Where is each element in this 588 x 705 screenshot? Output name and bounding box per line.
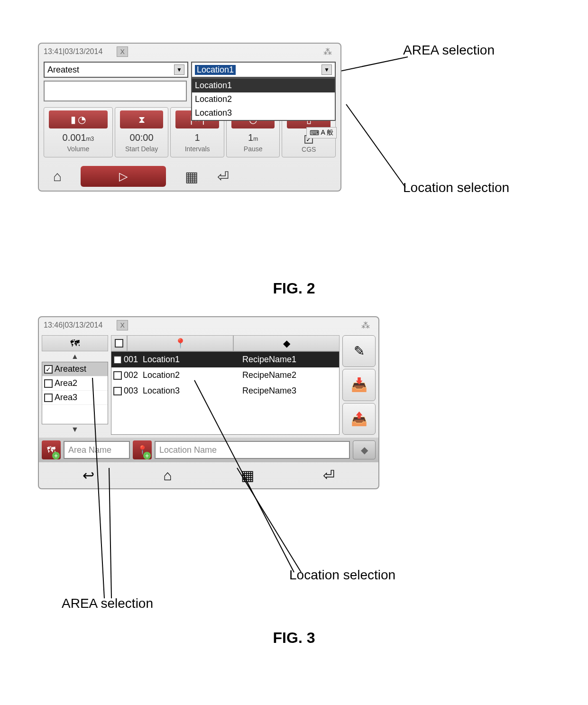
location-option[interactable]: Location2 bbox=[192, 92, 335, 106]
location-dropdown[interactable]: Location1 ▼ Location1 Location2 Location… bbox=[191, 62, 336, 78]
fig3-header: 13:46 | 03/13/2014 X ⁂ bbox=[39, 317, 378, 333]
scroll-down-button[interactable]: ▼ bbox=[42, 424, 108, 435]
location-option[interactable]: Location1 bbox=[192, 79, 335, 92]
clock-time: 13:41 bbox=[44, 47, 63, 56]
recipe-column-header: ◆ bbox=[233, 335, 340, 351]
area-row[interactable]: ✓ Areatest bbox=[42, 362, 108, 376]
ime-indicator[interactable]: ⌨ A 般 bbox=[306, 127, 337, 138]
location-row[interactable]: ✓001 Location1 RecipeName1 bbox=[111, 352, 339, 367]
area-dropdown-value: Areatest bbox=[47, 65, 79, 75]
area-checkbox[interactable] bbox=[44, 394, 53, 402]
play-button[interactable]: ▷ bbox=[81, 166, 166, 187]
clock-time: 13:46 bbox=[44, 321, 63, 330]
location-row[interactable]: 002 Location2 RecipeName2 bbox=[111, 367, 339, 383]
clock-date: 03/13/2014 bbox=[64, 47, 102, 56]
area-checkbox[interactable] bbox=[44, 379, 53, 388]
location-checkbox[interactable]: ✓ bbox=[113, 356, 122, 364]
folder-in-icon: 📥 bbox=[351, 377, 368, 393]
checkbox[interactable] bbox=[115, 339, 123, 348]
svg-line-1 bbox=[346, 104, 405, 187]
notes-input[interactable] bbox=[44, 81, 187, 101]
add-area-button[interactable]: 🗺+ bbox=[42, 440, 61, 459]
back-button[interactable]: ↩ bbox=[83, 467, 94, 484]
fig2-header: 13:41 | 03/13/2014 X ⁂ bbox=[39, 44, 340, 60]
close-button[interactable]: X bbox=[117, 46, 128, 57]
annotation-location-selection-fig3: Location selection bbox=[289, 568, 395, 583]
start-delay-tile[interactable]: ⧗ 00:00 Start Delay bbox=[115, 107, 169, 157]
figure-3-label: FIG. 3 bbox=[9, 629, 579, 647]
area-column-header: 🗺 bbox=[42, 335, 108, 351]
annotation-area-selection-fig2: AREA selection bbox=[403, 43, 495, 58]
pencil-icon: ✎ bbox=[354, 343, 365, 359]
chevron-down-icon: ▼ bbox=[322, 64, 332, 75]
area-list: ✓ Areatest Area2 Area3 bbox=[42, 362, 108, 424]
scroll-up-button[interactable]: ▲ bbox=[42, 351, 108, 362]
location-row[interactable]: 003 Location3 RecipeName3 bbox=[111, 383, 339, 399]
apps-button[interactable]: ▦ bbox=[241, 467, 254, 484]
fig3-panel: 13:46 | 03/13/2014 X ⁂ 🗺 ▲ ✓ Areatest Ar… bbox=[38, 316, 379, 489]
logout-button[interactable]: ⏎ bbox=[323, 467, 335, 484]
map-icon: 🗺 bbox=[70, 338, 80, 349]
location-option[interactable]: Location3 bbox=[192, 106, 335, 120]
close-button[interactable]: X bbox=[117, 320, 128, 330]
volume-tile[interactable]: ▮◔ 0.001m3 Volume bbox=[44, 107, 113, 157]
folder-out-icon: 📤 bbox=[351, 411, 368, 427]
location-name-input[interactable]: Location Name bbox=[155, 441, 350, 459]
area-dropdown[interactable]: Areatest ▼ bbox=[44, 62, 188, 78]
annotation-location-selection-fig2: Location selection bbox=[403, 180, 509, 195]
clock-date: 03/13/2014 bbox=[64, 321, 102, 330]
area-row[interactable]: Area2 bbox=[42, 376, 108, 391]
location-dropdown-value: Location1 bbox=[195, 65, 236, 75]
location-checkbox[interactable] bbox=[113, 387, 122, 395]
home-button[interactable]: ⌂ bbox=[53, 168, 62, 184]
hourglass-icon: ⧗ bbox=[138, 114, 145, 125]
clock-icon: ◔ bbox=[78, 114, 86, 125]
area-checkbox[interactable]: ✓ bbox=[44, 365, 53, 374]
location-list: ✓001 Location1 RecipeName1 002 Location2… bbox=[111, 351, 340, 435]
apps-button[interactable]: ▦ bbox=[185, 168, 198, 185]
volume-icon: ▮ bbox=[71, 114, 76, 125]
export-button[interactable]: 📤 bbox=[342, 403, 376, 435]
pin-icon: 📍 bbox=[175, 338, 186, 349]
select-all-header[interactable] bbox=[111, 335, 127, 351]
location-column-header: 📍 bbox=[127, 335, 233, 351]
area-name-input[interactable]: Area Name bbox=[64, 441, 130, 459]
annotation-area-selection-fig3: AREA selection bbox=[62, 596, 153, 611]
fig2-panel: 13:41 | 03/13/2014 X ⁂ Areatest ▼ Locati… bbox=[38, 43, 341, 192]
home-button[interactable]: ⌂ bbox=[163, 467, 172, 484]
add-location-button[interactable]: 📍+ bbox=[133, 440, 152, 459]
keyboard-icon: ⌨ bbox=[310, 129, 319, 137]
figure-2-label: FIG. 2 bbox=[9, 280, 579, 297]
edit-button[interactable]: ✎ bbox=[342, 335, 376, 367]
network-icon: ⁂ bbox=[361, 320, 370, 330]
logout-button[interactable]: ⏎ bbox=[217, 168, 229, 185]
network-icon: ⁂ bbox=[323, 46, 332, 57]
link-recipe-button[interactable]: ◆ bbox=[353, 440, 376, 459]
import-button[interactable]: 📥 bbox=[342, 369, 376, 401]
layers-icon: ◆ bbox=[283, 338, 290, 349]
location-checkbox[interactable] bbox=[113, 371, 122, 380]
area-row[interactable]: Area3 bbox=[42, 391, 108, 405]
location-dropdown-list: Location1 Location2 Location3 bbox=[191, 78, 336, 121]
layers-icon: ◆ bbox=[361, 444, 368, 456]
chevron-down-icon: ▼ bbox=[174, 64, 184, 75]
